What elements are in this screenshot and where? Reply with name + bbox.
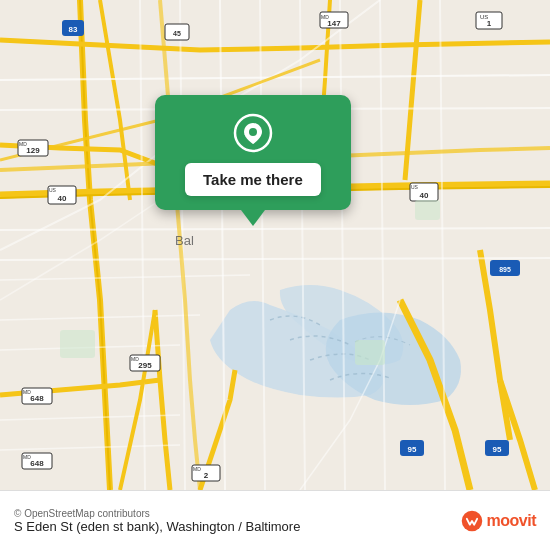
svg-text:2: 2	[204, 471, 209, 480]
svg-rect-42	[60, 330, 95, 358]
svg-text:MD: MD	[193, 466, 201, 472]
moovit-brand-icon	[461, 510, 483, 532]
moovit-logo[interactable]: moovit	[461, 510, 536, 532]
svg-text:147: 147	[327, 19, 341, 28]
location-name: S Eden St (eden st bank), Washington / B…	[14, 519, 300, 534]
svg-text:83: 83	[69, 25, 78, 34]
svg-text:Bal: Bal	[175, 233, 194, 248]
svg-text:US: US	[411, 184, 419, 190]
svg-text:45: 45	[173, 30, 181, 37]
location-pin-icon	[233, 113, 273, 153]
svg-text:648: 648	[30, 394, 44, 403]
take-me-there-button[interactable]: Take me there	[185, 163, 321, 196]
svg-text:295: 295	[138, 361, 152, 370]
svg-text:95: 95	[493, 445, 502, 454]
tooltip-arrow	[241, 210, 265, 226]
location-info: S Eden St (eden st bank), Washington / B…	[14, 519, 300, 534]
map-background: 83 45 US 1 MD 147 US 40 US 40 MD 129 MD …	[0, 0, 550, 490]
svg-text:648: 648	[30, 459, 44, 468]
svg-rect-41	[415, 200, 440, 220]
bottom-bar: © OpenStreetMap contributors S Eden St (…	[0, 490, 550, 550]
attribution-text: © OpenStreetMap contributors	[14, 508, 300, 519]
tooltip-container: Take me there	[155, 95, 351, 226]
svg-rect-40	[355, 340, 385, 365]
svg-text:129: 129	[26, 146, 40, 155]
svg-text:US: US	[49, 187, 57, 193]
moovit-label: moovit	[487, 512, 536, 530]
svg-text:1: 1	[487, 19, 492, 28]
tooltip-box: Take me there	[155, 95, 351, 210]
svg-text:895: 895	[499, 266, 511, 273]
left-section: © OpenStreetMap contributors S Eden St (…	[14, 508, 300, 534]
svg-point-44	[249, 128, 257, 136]
svg-text:95: 95	[408, 445, 417, 454]
svg-text:40: 40	[420, 191, 429, 200]
svg-text:40: 40	[58, 194, 67, 203]
map-container: 83 45 US 1 MD 147 US 40 US 40 MD 129 MD …	[0, 0, 550, 490]
